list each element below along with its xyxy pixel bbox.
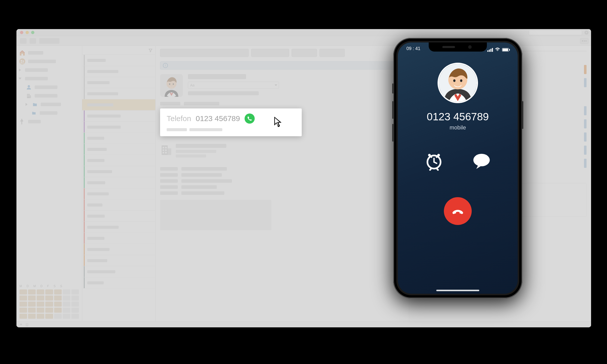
sidebar-item-person[interactable] [19, 84, 79, 91]
svg-rect-14 [162, 145, 168, 155]
calendar-day[interactable] [54, 314, 62, 319]
segment-1[interactable] [160, 49, 249, 57]
list-item[interactable] [82, 177, 155, 188]
svg-rect-9 [29, 96, 29, 97]
calendar-day[interactable] [19, 289, 27, 294]
calendar-day[interactable] [37, 302, 44, 307]
list-item[interactable] [82, 77, 155, 88]
calendar-day[interactable] [37, 314, 44, 319]
calendar-day[interactable] [45, 308, 53, 313]
calendar-day[interactable] [37, 308, 44, 313]
list-item[interactable] [82, 222, 155, 233]
calendar-day[interactable] [37, 295, 44, 301]
calendar-day[interactable] [54, 295, 62, 301]
list-item[interactable] [82, 166, 155, 177]
calendar-day[interactable] [63, 295, 70, 301]
list-item[interactable] [82, 66, 155, 77]
overflow-menu-button[interactable] [580, 38, 589, 44]
list-item[interactable] [82, 88, 155, 99]
list-item[interactable] [82, 211, 155, 222]
calendar-day[interactable] [54, 302, 62, 307]
calendar-day[interactable] [71, 302, 79, 307]
calendar-day[interactable] [19, 302, 27, 307]
list-item[interactable] [82, 99, 155, 110]
home-indicator[interactable] [436, 290, 479, 291]
house-icon [19, 50, 26, 56]
calendar-day[interactable] [54, 308, 62, 313]
calendar-day[interactable] [45, 295, 53, 301]
calendar-day[interactable] [63, 308, 70, 313]
calendar-day[interactable] [63, 289, 70, 294]
list-item[interactable] [82, 188, 155, 199]
list-item[interactable] [82, 199, 155, 211]
calendar-day[interactable] [63, 314, 70, 319]
calendar-day[interactable] [45, 302, 53, 307]
calendar-day[interactable] [28, 308, 36, 313]
sidebar-item-pipeline[interactable] [19, 118, 79, 125]
sidebar-group-2[interactable] [19, 75, 79, 82]
sidebar-item-folder[interactable] [19, 101, 79, 108]
list-item[interactable] [82, 266, 155, 277]
phone-time: 09 : 41 [406, 46, 420, 54]
search-input[interactable] [529, 30, 582, 35]
sidebar-item-contacts[interactable] [19, 58, 79, 65]
calendar-day[interactable] [28, 314, 36, 319]
sidebar-item-company[interactable] [19, 92, 79, 99]
list-item[interactable] [82, 155, 155, 166]
remind-me-button[interactable] [424, 151, 444, 172]
calendar-day[interactable] [19, 314, 27, 319]
calendar-day[interactable] [71, 289, 79, 294]
list-item[interactable] [82, 233, 155, 244]
list-item[interactable] [82, 255, 155, 266]
svg-rect-16 [163, 147, 164, 148]
segment-2[interactable] [251, 49, 289, 57]
sidebar-item-home[interactable] [19, 49, 79, 56]
sidebar-item-subfolder[interactable] [19, 109, 79, 117]
decline-call-button[interactable] [444, 197, 472, 225]
search-clear-button[interactable]: × [584, 31, 589, 35]
segment-4[interactable] [319, 49, 345, 57]
phone-mockup: 09 : 41 0123 456789 mobile [393, 38, 522, 298]
contact-field-input[interactable]: Aa [188, 82, 279, 89]
list-item[interactable] [82, 122, 155, 133]
window-zoom-button[interactable] [31, 31, 34, 34]
detail-block-placeholder [160, 200, 271, 230]
calendar-day[interactable] [54, 289, 62, 294]
list-item[interactable] [82, 277, 155, 288]
call-button[interactable] [245, 113, 255, 124]
svg-line-35 [430, 168, 431, 170]
window-minimize-button[interactable] [26, 31, 29, 34]
calendar-day[interactable] [28, 302, 36, 307]
svg-rect-21 [165, 152, 167, 153]
detail-pane: i Aa Telefon [156, 46, 591, 321]
calendar-day[interactable] [19, 308, 27, 313]
filter-icon[interactable] [148, 48, 153, 53]
sidebar-group-1[interactable] [19, 66, 79, 74]
list-item[interactable] [82, 55, 155, 66]
segment-3[interactable] [292, 49, 317, 57]
calendar-day[interactable] [45, 314, 53, 319]
list-item[interactable] [82, 144, 155, 155]
calendar-day[interactable] [63, 302, 70, 307]
list-item[interactable] [82, 244, 155, 255]
message-button[interactable] [472, 151, 491, 172]
list-item[interactable] [82, 110, 155, 122]
grid-view-button[interactable]: ◫ [26, 323, 28, 326]
list-item[interactable] [82, 133, 155, 144]
info-banner: i [160, 61, 404, 70]
calendar-day[interactable] [71, 314, 79, 319]
mini-calendar[interactable]: MDMDFSS [16, 282, 82, 321]
window-close-button[interactable] [20, 31, 23, 34]
svg-point-12 [169, 83, 170, 85]
svg-point-2 [23, 60, 24, 62]
calendar-day[interactable] [45, 289, 53, 294]
calendar-day[interactable] [28, 295, 36, 301]
calendar-day[interactable] [37, 289, 44, 294]
add-button[interactable]: ＋ [19, 322, 23, 327]
calendar-day[interactable] [19, 295, 27, 301]
calendar-day[interactable] [71, 295, 79, 301]
calendar-day[interactable] [71, 308, 79, 313]
svg-rect-17 [165, 147, 167, 148]
svg-point-1 [21, 60, 23, 62]
calendar-day[interactable] [28, 289, 36, 294]
